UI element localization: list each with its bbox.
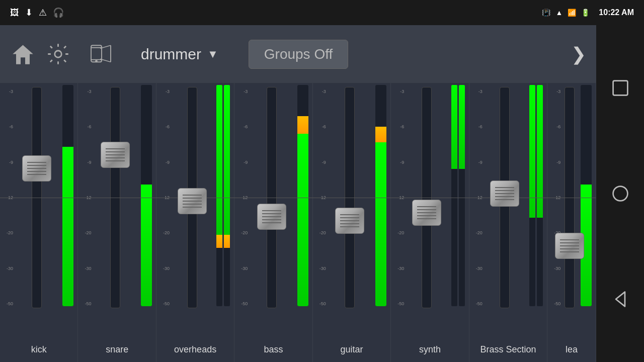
fader-handle-lea[interactable] xyxy=(555,233,584,259)
channel-guitar: -3-6-9-12-20-30-50guitar xyxy=(313,83,391,362)
channel-Brass Section: -3-6-9-12-20-30-50Brass Section xyxy=(469,83,547,362)
channel-label-kick: kick xyxy=(31,337,47,362)
svg-marker-0 xyxy=(13,45,33,64)
channel-label-guitar: guitar xyxy=(341,337,363,362)
fader-handle-overheads[interactable] xyxy=(178,188,207,214)
photo-icon: 🖼 xyxy=(10,8,19,18)
svg-point-1 xyxy=(54,51,61,58)
fader-handle-kick[interactable] xyxy=(22,155,51,182)
back-button[interactable] xyxy=(608,287,633,312)
status-time: 10:22 AM xyxy=(599,8,634,17)
groups-off-button[interactable]: Groups Off xyxy=(249,40,348,69)
mixer-name: drummer xyxy=(141,46,201,63)
battery-icon: 🔋 xyxy=(581,9,590,17)
fader-handle-guitar[interactable] xyxy=(335,208,364,234)
channel-snare: -3-6-9-12-20-30-50snare xyxy=(78,83,156,362)
svg-rect-9 xyxy=(613,81,627,96)
next-button[interactable]: ❯ xyxy=(571,44,586,65)
svg-point-5 xyxy=(96,60,97,62)
wifi-icon: ▲ xyxy=(555,9,562,17)
right-panel xyxy=(596,25,644,362)
channel-lea: -3-6-9-12-20-30-50lea xyxy=(547,83,596,362)
home-button[interactable] xyxy=(10,42,35,67)
headphone-icon: 🎧 xyxy=(53,7,64,18)
square-button[interactable] xyxy=(608,75,633,101)
channel-label-lea: lea xyxy=(566,337,578,362)
status-bar: 🖼 ⬇ ⚠ 🎧 📳 ▲ 📶 🔋 10:22 AM xyxy=(0,0,644,25)
fader-handle-synth[interactable] xyxy=(412,200,441,226)
mixer-name-area[interactable]: drummer ▼ xyxy=(141,46,218,63)
channel-label-Brass Section: Brass Section xyxy=(480,337,536,362)
channel-label-overheads: overheads xyxy=(174,337,216,362)
channel-bass: -3-6-9-12-20-30-50bass xyxy=(234,83,312,362)
next-arrow-icon: ❯ xyxy=(571,44,586,64)
device-button[interactable] xyxy=(80,42,121,67)
mixer-area: -3-6-9-12-20-30-50kick-3-6-9-12-20-30-50… xyxy=(0,83,596,362)
settings-button[interactable] xyxy=(45,42,70,67)
signal-icon: 📶 xyxy=(568,9,576,17)
fader-handle-snare[interactable] xyxy=(101,142,130,168)
vibrate-icon: 📳 xyxy=(542,9,550,17)
channel-label-bass: bass xyxy=(264,337,283,362)
fader-handle-Brass Section[interactable] xyxy=(490,180,519,207)
download-icon: ⬇ xyxy=(25,7,33,18)
svg-marker-11 xyxy=(616,292,625,307)
channel-synth: -3-6-9-12-20-30-50synth xyxy=(391,83,469,362)
dropdown-arrow-icon[interactable]: ▼ xyxy=(207,48,218,61)
svg-point-10 xyxy=(613,187,627,201)
circle-button[interactable] xyxy=(608,181,633,206)
channel-kick: -3-6-9-12-20-30-50kick xyxy=(0,83,78,362)
status-left-icons: 🖼 ⬇ ⚠ 🎧 xyxy=(10,7,64,18)
toolbar: drummer ▼ Groups Off ❯ xyxy=(0,25,596,83)
channel-label-synth: synth xyxy=(419,337,441,362)
channel-overheads: -3-6-9-12-20-30-50overheads xyxy=(156,83,234,362)
channel-label-snare: snare xyxy=(106,337,128,362)
warning-icon: ⚠ xyxy=(39,7,47,18)
fader-handle-bass[interactable] xyxy=(257,204,286,230)
